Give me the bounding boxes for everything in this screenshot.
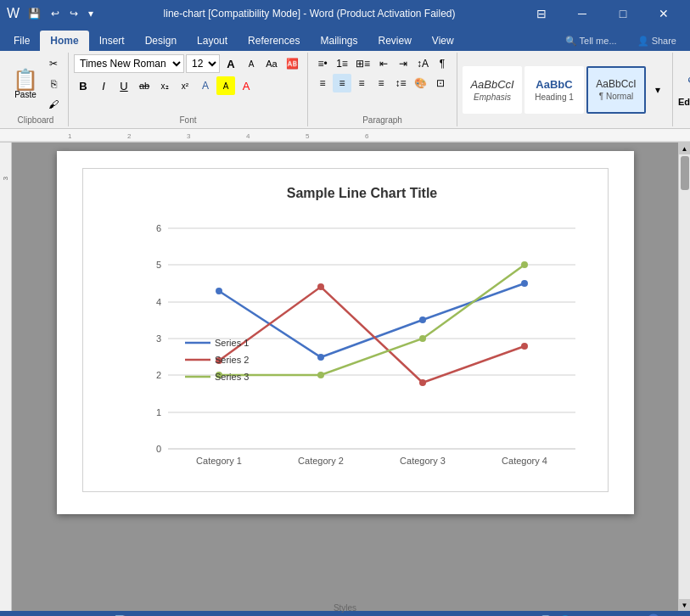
series2-pt4 xyxy=(521,343,528,350)
close-btn[interactable]: ✕ xyxy=(644,0,683,27)
ribbon-tabs: File Home Insert Design Layout Reference… xyxy=(0,27,690,51)
font-family-select[interactable]: Times New Roman xyxy=(74,54,184,73)
tab-review[interactable]: Review xyxy=(367,31,421,51)
layout-btn[interactable]: ⊟ xyxy=(522,0,561,27)
styles-list: AaBbCcI Emphasis AaBbC Heading 1 AaBbCcI… xyxy=(463,66,667,114)
undo-quick-btn[interactable]: ↩ xyxy=(48,6,63,21)
style-normal[interactable]: AaBbCcI ¶ Normal xyxy=(586,66,646,114)
y-label-4: 4 xyxy=(155,297,160,307)
share-btn[interactable]: 👤 Share xyxy=(627,31,687,51)
heading-label: Heading 1 xyxy=(535,92,574,102)
window-controls: ⊟ ─ □ ✕ xyxy=(522,0,683,27)
multilevel-btn[interactable]: ⊞≡ xyxy=(352,54,373,73)
series2-pt2 xyxy=(317,283,324,290)
bullets-btn[interactable]: ≡• xyxy=(313,54,332,73)
chart-title: Sample Line Chart Title xyxy=(134,186,591,201)
italic-btn[interactable]: I xyxy=(94,76,113,95)
underline-btn[interactable]: U xyxy=(115,76,133,95)
title-bar-left: W 💾 ↩ ↪ ▾ xyxy=(7,6,97,21)
line-spacing-btn[interactable]: ↕≡ xyxy=(391,74,410,92)
bold-btn[interactable]: B xyxy=(74,76,93,95)
tab-layout[interactable]: Layout xyxy=(187,31,238,51)
maximize-btn[interactable]: □ xyxy=(603,0,642,27)
styles-group-label: Styles xyxy=(334,603,356,613)
shading-btn[interactable]: 🎨 xyxy=(411,74,430,92)
word-logo-icon: W xyxy=(7,6,20,21)
customize-quick-btn[interactable]: ▾ xyxy=(85,6,97,21)
minimize-btn[interactable]: ─ xyxy=(563,0,602,27)
normal-label: ¶ Normal xyxy=(599,92,633,101)
font-color-btn[interactable]: A xyxy=(237,76,255,95)
align-right-btn[interactable]: ≡ xyxy=(352,74,371,92)
tab-home[interactable]: Home xyxy=(40,31,88,51)
strikethrough-btn[interactable]: ab xyxy=(135,76,154,95)
scrollbar-vertical[interactable]: ▲ ▼ xyxy=(678,143,690,611)
tab-file[interactable]: File xyxy=(3,31,40,51)
format-painter-btn[interactable]: 🖌 xyxy=(44,95,63,114)
align-center-btn[interactable]: ≡ xyxy=(333,74,351,92)
case-btn[interactable]: Aa xyxy=(262,54,281,73)
paste-btn[interactable]: 📋 Paste xyxy=(8,67,42,102)
scroll-down-btn[interactable]: ▼ xyxy=(679,599,691,611)
highlight-btn[interactable]: A xyxy=(216,76,235,95)
superscript-btn[interactable]: x² xyxy=(176,76,194,95)
y-label-1: 1 xyxy=(155,407,160,417)
copy-btn[interactable]: ⎘ xyxy=(44,75,63,93)
doc-scroll[interactable]: Sample Line Chart Title 6 5 xyxy=(12,143,678,611)
justify-btn[interactable]: ≡ xyxy=(372,74,390,92)
tab-mailings[interactable]: Mailings xyxy=(310,31,367,51)
increase-indent-btn[interactable]: ⇥ xyxy=(394,54,412,73)
save-quick-btn[interactable]: 💾 xyxy=(25,6,44,21)
paragraph-group-label: Paragraph xyxy=(362,115,402,125)
page-marker: 3 xyxy=(2,176,9,180)
editing-label: Editing xyxy=(678,97,690,107)
style-heading1[interactable]: AaBbC Heading 1 xyxy=(525,66,584,114)
shrink-font-btn[interactable]: A xyxy=(242,54,261,73)
paragraph-group-content: ≡• 1≡ ⊞≡ ⇤ ⇥ ↕A ¶ ≡ ≡ ≡ ≡ ↕≡ 🎨 ⊡ xyxy=(313,54,452,114)
ruler-svg: 1 2 3 4 5 6 xyxy=(0,129,690,143)
grow-font-btn[interactable]: A xyxy=(222,54,240,73)
show-marks-btn[interactable]: ¶ xyxy=(433,54,452,73)
y-label-2: 2 xyxy=(155,370,160,380)
svg-text:6: 6 xyxy=(365,132,369,140)
svg-rect-0 xyxy=(0,129,690,143)
svg-text:3: 3 xyxy=(187,132,191,140)
series2-pt3 xyxy=(419,379,426,386)
styles-more-btn[interactable]: ▾ xyxy=(648,66,667,114)
emphasis-preview: AaBbCcI xyxy=(470,78,513,91)
font-group-label: Font xyxy=(179,115,196,125)
sort-btn[interactable]: ↕A xyxy=(413,54,432,73)
decrease-indent-btn[interactable]: ⇤ xyxy=(374,54,393,73)
redo-quick-btn[interactable]: ↪ xyxy=(66,6,81,21)
tab-references[interactable]: References xyxy=(238,31,310,51)
tab-design[interactable]: Design xyxy=(135,31,187,51)
x-label-cat1: Category 1 xyxy=(196,456,242,466)
tab-view[interactable]: View xyxy=(422,31,464,51)
clipboard-group-label: Clipboard xyxy=(18,115,54,125)
borders-btn[interactable]: ⊡ xyxy=(431,74,450,92)
ruler: 1 2 3 4 5 6 xyxy=(0,129,690,143)
window-title: line-chart [Compatibility Mode] - Word (… xyxy=(97,8,522,20)
editing-icon: ✎ xyxy=(687,73,690,95)
editing-group-content: ✎ Editing xyxy=(678,54,690,125)
clear-format-btn[interactable]: 🆎 xyxy=(283,54,302,73)
text-effects-btn[interactable]: A xyxy=(196,76,215,95)
style-emphasis[interactable]: AaBbCcI Emphasis xyxy=(463,66,522,114)
page: Sample Line Chart Title 6 5 xyxy=(57,151,634,514)
y-label-6: 6 xyxy=(155,223,160,233)
numbering-btn[interactable]: 1≡ xyxy=(333,54,351,73)
series1-pt3 xyxy=(419,316,426,323)
tab-insert[interactable]: Insert xyxy=(89,31,135,51)
font-size-select[interactable]: 12 xyxy=(186,54,220,73)
subscript-btn[interactable]: x₂ xyxy=(155,76,174,95)
tell-me-btn[interactable]: 🔍 Tell me... xyxy=(555,31,627,51)
ribbon-toolbar: 📋 Paste ✂ ⎘ 🖌 Clipboard Times New Roman … xyxy=(0,51,690,129)
styles-group: AaBbCcI Emphasis AaBbC Heading 1 AaBbCcI… xyxy=(457,53,673,126)
normal-preview: AaBbCcI xyxy=(596,78,636,90)
cut-btn[interactable]: ✂ xyxy=(44,54,63,73)
scroll-track[interactable] xyxy=(679,154,690,599)
scroll-thumb[interactable] xyxy=(681,156,689,190)
align-left-btn[interactable]: ≡ xyxy=(313,74,332,92)
scroll-up-btn[interactable]: ▲ xyxy=(679,143,691,154)
clipboard-secondary: ✂ ⎘ 🖌 xyxy=(44,54,63,114)
